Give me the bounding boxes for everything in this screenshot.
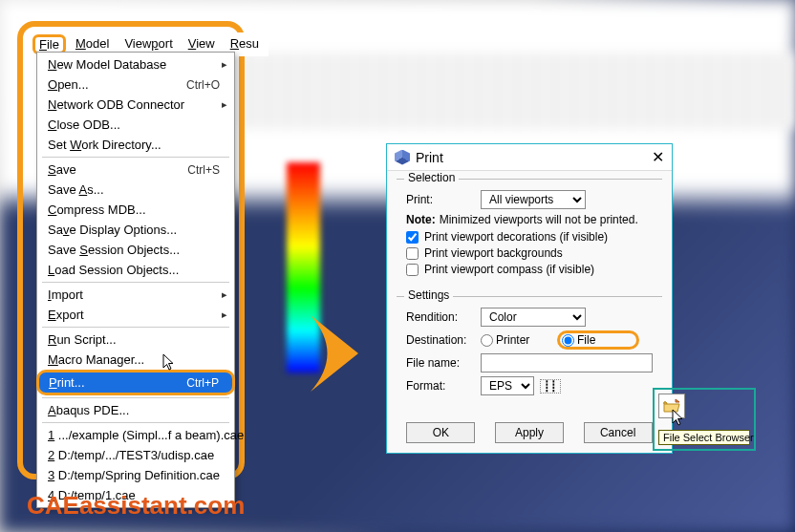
folder-open-icon [663,398,680,414]
menu-item[interactable]: 2 D:/temp/.../TEST3/udisp.cae [38,445,233,465]
dialog-titlebar: Print ✕ [387,144,672,171]
rendition-select[interactable]: Color [481,308,586,327]
menu-item[interactable]: SaveCtrl+S [38,160,233,180]
selection-legend: Selection [404,171,459,184]
menu-item[interactable]: Print...Ctrl+P [36,370,235,395]
filename-label: File name: [406,356,475,370]
destination-label: Destination: [406,333,475,347]
settings-legend: Settings [404,288,453,302]
file-menu-dropdown: New Model DatabaseOpen...Ctrl+ONetwork O… [36,52,235,508]
print-label: Print: [406,193,475,206]
abaqus-logo-icon [395,150,410,165]
menu-item[interactable]: Save As... [38,180,233,200]
menu-item[interactable]: 1 .../example (Simpl...f a beam).cae [38,425,233,445]
ok-button[interactable]: OK [406,422,475,443]
format-select[interactable]: EPS [481,376,534,395]
separator [42,282,229,283]
destination-file-radio[interactable]: File [562,333,631,347]
cancel-button[interactable]: Cancel [584,422,653,443]
file-browse-button[interactable] [658,394,685,418]
menu-item[interactable]: Open...Ctrl+O [38,74,233,95]
menu-item[interactable]: Macro Manager... [38,350,233,370]
settings-group: Settings Rendition: Color Destination: P… [397,296,662,409]
note-text: Minimized viewports will not be printed. [440,213,638,226]
separator [42,157,229,158]
file-browse-tooltip: File Select Browser [658,430,750,445]
separator [42,422,229,423]
checkbox-decorations[interactable]: Print viewport decorations (if visible) [406,230,653,244]
menu-item[interactable]: Save Display Options... [38,220,233,240]
menu-item[interactable]: Set Work Directory... [38,135,233,155]
menu-item[interactable]: Close ODB... [38,115,233,135]
note-label: Note: [406,213,436,226]
rendition-label: Rendition: [406,310,475,324]
menu-item[interactable]: Import [38,285,233,305]
menu-item[interactable]: Run Script... [38,330,233,350]
close-button[interactable]: ✕ [652,148,664,166]
menu-item[interactable]: Export [38,305,233,325]
dialog-title: Print [416,150,443,165]
destination-printer-radio[interactable]: Printer [481,333,549,347]
checkbox-compass[interactable]: Print viewport compass (if visible) [406,263,653,276]
print-viewports-select[interactable]: All viewports [481,190,586,209]
menu-item[interactable]: Abaqus PDE... [38,400,233,420]
format-options-icon[interactable]: ┋┋ [540,379,561,394]
selection-group: Selection Print: All viewports Note: Min… [397,179,662,288]
menu-item[interactable]: Save Session Objects... [38,240,233,260]
annotation-highlight-browse: File Select Browser [653,388,756,451]
watermark: CAEassistant.com [27,491,245,521]
print-dialog: Print ✕ Selection Print: All viewports N… [386,143,673,454]
menu-item[interactable]: New Model Database [38,54,233,74]
separator [42,397,229,398]
checkbox-backgrounds[interactable]: Print viewport backgrounds [406,246,653,260]
menu-item[interactable]: Network ODB Connector [38,95,233,115]
menu-item[interactable]: Compress MDB... [38,200,233,220]
annotation-highlight-file: File [557,330,639,350]
annotation-arrow-icon [306,306,363,404]
apply-button[interactable]: Apply [495,422,564,443]
filename-input[interactable] [481,353,653,372]
separator [42,327,229,328]
format-label: Format: [406,379,475,393]
menu-item[interactable]: 3 D:/temp/Spring Definition.cae [38,465,233,485]
menu-item[interactable]: Load Session Objects... [38,260,233,280]
